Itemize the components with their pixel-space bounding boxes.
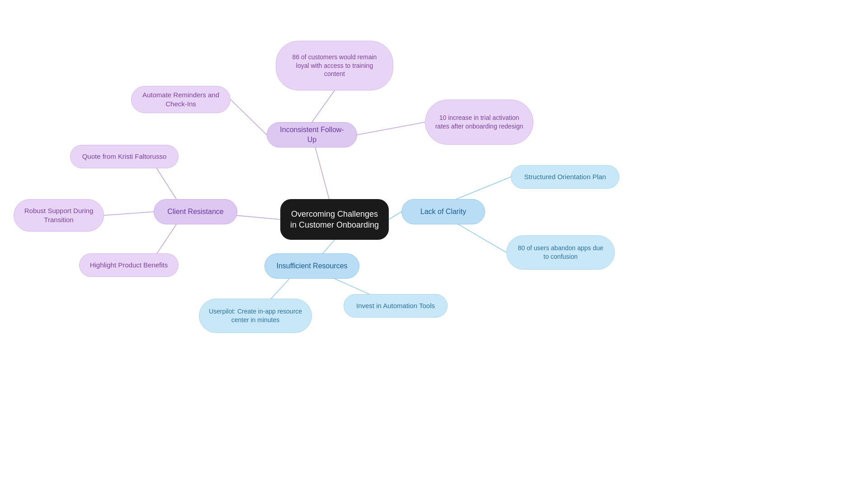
node-abandon-apps: 80 of users abandon apps due to confusio…	[506, 235, 615, 270]
node-insufficient-resources: Insufficient Resources	[264, 253, 359, 279]
node-loyal-customers: 86 of customers would remain loyal with …	[276, 41, 393, 90]
mindmap-canvas: Overcoming Challenges in Customer Onboar…	[0, 0, 868, 490]
node-client-resistance: Client Resistance	[154, 199, 237, 224]
node-structured-orientation: Structured Orientation Plan	[511, 165, 619, 189]
node-highlight-benefits: Highlight Product Benefits	[79, 253, 179, 277]
node-quote-kristi: Quote from Kristi Faltorusso	[70, 145, 179, 168]
node-invest-automation: Invest in Automation Tools	[344, 294, 448, 318]
svg-line-2	[231, 100, 267, 135]
node-inconsistent-followup: Inconsistent Follow-Up	[267, 122, 357, 147]
center-node: Overcoming Challenges in Customer Onboar…	[280, 199, 389, 240]
svg-line-6	[104, 212, 154, 215]
node-automate-reminders: Automate Reminders and Check-Ins	[131, 86, 231, 113]
svg-line-1	[312, 90, 335, 122]
node-trial-activation: 10 increase in trial activation rates af…	[425, 100, 533, 145]
svg-line-3	[357, 122, 425, 135]
node-robust-support: Robust Support During Transition	[14, 199, 104, 232]
node-lack-of-clarity: Lack of Clarity	[401, 199, 485, 224]
node-userpilot: Userpilot: Create in-app resource center…	[199, 299, 312, 333]
svg-line-8	[389, 212, 401, 219]
connections-svg	[0, 0, 868, 490]
